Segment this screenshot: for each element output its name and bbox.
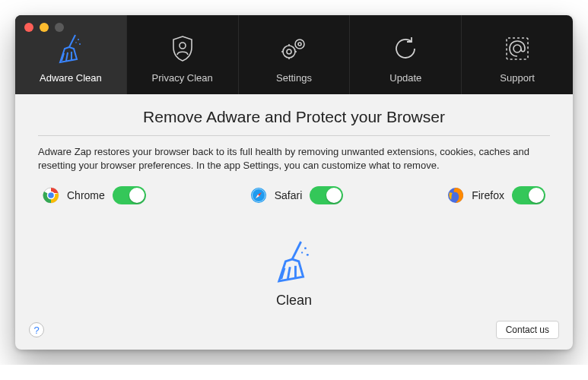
browser-label: Chrome <box>67 189 105 201</box>
tab-privacy-clean[interactable]: Privacy Clean <box>127 15 239 94</box>
footer: ? Contact us <box>15 321 573 350</box>
svg-line-26 <box>292 242 301 259</box>
tab-label: Support <box>500 72 535 84</box>
tab-support[interactable]: Support <box>462 15 573 94</box>
browser-toggle-row: Chrome Safari <box>38 186 550 212</box>
gears-icon <box>278 33 309 65</box>
svg-point-9 <box>287 49 291 54</box>
svg-point-8 <box>283 46 295 58</box>
browser-item-firefox: Firefox <box>447 186 545 204</box>
toggle-safari[interactable] <box>310 186 343 204</box>
broom-icon <box>57 33 84 65</box>
svg-point-17 <box>513 45 521 52</box>
window-controls <box>24 23 64 32</box>
tab-label: Privacy Clean <box>152 72 213 84</box>
toggle-firefox[interactable] <box>512 186 545 204</box>
chrome-icon <box>43 187 59 204</box>
svg-point-6 <box>75 42 77 43</box>
svg-point-5 <box>79 43 81 45</box>
tab-settings[interactable]: Settings <box>239 15 351 94</box>
safari-icon <box>250 187 267 204</box>
minimize-window-button[interactable] <box>40 23 49 32</box>
stamp-at-icon <box>504 33 531 65</box>
top-tabs: Adware Clean Privacy Clean <box>15 15 573 94</box>
tab-label: Settings <box>276 72 312 84</box>
browser-item-safari: Safari <box>250 186 344 204</box>
broom-icon <box>275 239 314 287</box>
titlebar: Adware Clean Privacy Clean <box>15 15 573 94</box>
page-description: Adware Zap restores your browser back to… <box>38 145 550 173</box>
svg-point-7 <box>180 43 186 49</box>
svg-line-0 <box>69 35 75 47</box>
browser-label: Firefox <box>472 189 504 201</box>
svg-point-30 <box>304 247 307 249</box>
svg-line-2 <box>66 52 68 61</box>
browser-item-chrome: Chrome <box>43 186 146 204</box>
app-window: Adware Clean Privacy Clean <box>15 15 573 350</box>
clean-action[interactable]: Clean <box>38 212 550 312</box>
svg-line-28 <box>288 267 290 279</box>
clean-label: Clean <box>276 293 312 309</box>
tab-label: Adware Clean <box>40 72 102 84</box>
page-title: Remove Adware and Protect your Browser <box>38 108 550 135</box>
shield-user-icon <box>170 33 195 65</box>
svg-point-4 <box>78 39 79 40</box>
firefox-icon <box>447 187 464 204</box>
browser-label: Safari <box>275 189 303 201</box>
close-window-button[interactable] <box>24 23 33 32</box>
svg-point-32 <box>300 252 302 253</box>
tab-label: Update <box>389 72 421 84</box>
content-area: Remove Adware and Protect your Browser A… <box>15 94 573 321</box>
divider <box>38 135 550 136</box>
zoom-window-button[interactable] <box>55 23 64 32</box>
svg-point-10 <box>295 40 304 49</box>
refresh-icon <box>392 33 419 65</box>
svg-point-11 <box>298 43 301 46</box>
toggle-chrome[interactable] <box>113 186 146 204</box>
contact-us-button[interactable]: Contact us <box>496 321 559 339</box>
help-button[interactable]: ? <box>29 322 44 337</box>
svg-point-31 <box>306 254 308 256</box>
tab-update[interactable]: Update <box>350 15 462 94</box>
